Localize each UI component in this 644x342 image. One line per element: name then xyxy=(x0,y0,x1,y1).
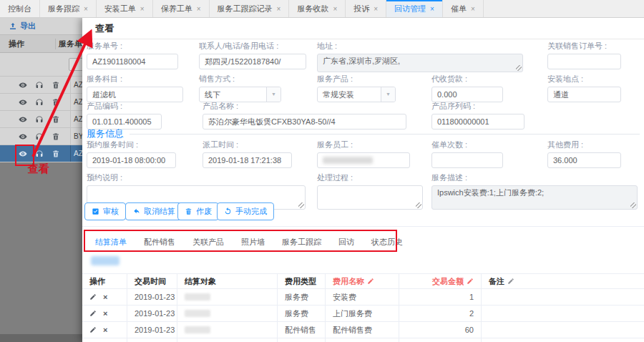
sales-mode-select[interactable]: 线下▼ xyxy=(199,87,281,102)
contact-input[interactable]: 郑四灵/15220187840/ xyxy=(199,54,306,69)
tab-complaint[interactable]: 投诉× xyxy=(346,0,386,17)
manual-complete-button[interactable]: 手动完成 xyxy=(217,202,274,220)
headset-icon[interactable] xyxy=(35,98,44,107)
audit-button[interactable]: 审核 xyxy=(84,202,126,220)
field-urge-count: 催单次数 : xyxy=(431,140,503,168)
view-eye-icon[interactable] xyxy=(19,98,27,107)
void-button[interactable]: 作废 xyxy=(177,202,219,220)
tab-maintenance-order[interactable]: 保养工单× xyxy=(153,0,210,17)
tab-console[interactable]: 控制台 xyxy=(0,0,40,17)
close-icon[interactable]: × xyxy=(197,5,201,13)
headset-icon[interactable] xyxy=(35,81,44,89)
table-row-partial xyxy=(82,338,644,342)
edit-icon[interactable] xyxy=(507,278,514,285)
trade-time-cell: 2019-01-23 xyxy=(127,322,177,338)
redacted-button[interactable] xyxy=(91,256,119,265)
note-cell xyxy=(482,306,644,321)
list-item[interactable]: BY19 xyxy=(0,128,82,145)
urge-count-input[interactable] xyxy=(431,152,503,168)
address-textarea[interactable]: 广东省,深圳市,罗湖区, xyxy=(317,54,523,72)
tab-photo-wall[interactable]: 照片墙 xyxy=(241,233,265,252)
view-eye-icon[interactable] xyxy=(19,115,27,124)
field-product-code: 产品编码 : 01.01.01.400005 xyxy=(87,101,162,130)
close-icon[interactable]: × xyxy=(333,5,337,13)
tab-service-tracking[interactable]: 服务跟踪× xyxy=(40,0,97,17)
process-textarea[interactable] xyxy=(317,185,423,210)
headset-icon[interactable] xyxy=(35,150,44,158)
tab-urge-order[interactable]: 催单× xyxy=(443,0,484,17)
other-fee-input[interactable]: 36.000 xyxy=(547,152,621,168)
edit-pencil-icon[interactable] xyxy=(89,310,97,317)
header-trade-time: 交易时间 xyxy=(127,274,177,288)
list-item[interactable]: AZ19 xyxy=(0,94,82,111)
order-no-input[interactable]: AZ1901180004 xyxy=(87,54,178,69)
settle-target-cell xyxy=(177,306,278,321)
chevron-down-icon[interactable]: ▼ xyxy=(381,87,395,102)
list-item[interactable]: AZ19 xyxy=(0,111,82,128)
list-item[interactable]: AZ19 xyxy=(0,77,82,94)
field-label: 服务描述 : xyxy=(431,172,638,183)
field-label: 服务单号 : xyxy=(87,41,178,52)
list-item-selected[interactable]: AZ19 xyxy=(0,145,82,162)
service-desc-textarea[interactable]: Ipswich安装费:1;上门服务费:2; xyxy=(431,185,638,210)
service-subject-input[interactable]: 超滤机 xyxy=(87,87,183,102)
tab-service-work-tracking[interactable]: 服务工跟踪 xyxy=(282,233,321,252)
tab-install-order[interactable]: 安装工单× xyxy=(97,0,153,17)
field-product-name: 产品名称 : 苏泊尔豪华电饭煲CFXB30YA8-50//4 xyxy=(203,101,406,130)
cancel-settlement-button[interactable]: 取消结算 xyxy=(125,202,182,220)
edit-icon[interactable] xyxy=(467,278,474,285)
tab-related-products[interactable]: 关联产品 xyxy=(192,233,224,252)
appoint-time-input[interactable]: 2019-01-18 08:00:00 xyxy=(87,152,176,168)
view-eye-icon[interactable] xyxy=(19,81,27,89)
field-label: 产品序列码 : xyxy=(431,101,525,112)
trash-icon[interactable] xyxy=(52,150,60,158)
export-button[interactable]: 导出 xyxy=(9,21,36,31)
top-tab-bar: 控制台 服务跟踪× 安装工单× 保养工单× 服务工跟踪记录× 服务收款× 投诉×… xyxy=(0,0,644,18)
service-staff-input[interactable] xyxy=(317,152,410,168)
view-eye-icon[interactable] xyxy=(19,132,27,141)
trade-time-cell: 2019-01-23 xyxy=(127,306,177,321)
dispatch-time-input[interactable]: 2019-01-18 17:21:38 xyxy=(203,152,292,168)
tab-parts-sales[interactable]: 配件销售 xyxy=(144,233,175,252)
export-label: 导出 xyxy=(20,21,36,31)
service-product-select[interactable]: 常规安装▼ xyxy=(317,87,396,102)
close-icon[interactable]: × xyxy=(84,5,88,13)
close-icon[interactable]: × xyxy=(277,5,281,13)
install-place-input[interactable]: 通道 xyxy=(547,87,621,102)
view-eye-icon[interactable] xyxy=(19,150,27,158)
row-operations: × xyxy=(82,289,127,305)
tab-revisit[interactable]: 回访 xyxy=(338,233,354,252)
edit-pencil-icon[interactable] xyxy=(89,293,97,301)
close-icon[interactable]: × xyxy=(374,5,378,13)
row-operations: × xyxy=(82,322,127,338)
view-order-modal: 查看 服务单号 : AZ1901180004 联系人/电话/备用电话 : 郑四灵… xyxy=(82,18,644,342)
cod-amount-input[interactable]: 0.000 xyxy=(431,87,503,102)
tab-service-track-record[interactable]: 服务工跟踪记录× xyxy=(210,0,290,17)
close-icon[interactable]: × xyxy=(430,5,434,13)
headset-icon[interactable] xyxy=(35,115,44,124)
trash-icon[interactable] xyxy=(52,98,60,107)
trash-icon[interactable] xyxy=(52,115,60,124)
header-label: 交易金额 xyxy=(432,276,464,287)
delete-x-icon[interactable]: × xyxy=(103,309,107,318)
chevron-down-icon[interactable]: ▼ xyxy=(266,87,280,102)
field-contact: 联系人/电话/备用电话 : 郑四灵/15220187840/ xyxy=(199,41,306,69)
close-icon[interactable]: × xyxy=(140,5,145,13)
trash-icon[interactable] xyxy=(52,81,60,89)
trash-icon[interactable] xyxy=(52,132,60,141)
tab-revisit-management[interactable]: 回访管理× xyxy=(386,0,443,17)
delete-x-icon[interactable]: × xyxy=(103,293,107,301)
tab-settlement-list[interactable]: 结算清单 xyxy=(95,233,127,252)
tab-label: 回访管理 xyxy=(394,4,426,14)
related-order-input[interactable] xyxy=(547,54,621,69)
order-code: AZ19 xyxy=(70,111,82,127)
close-icon[interactable]: × xyxy=(471,5,475,13)
delete-x-icon[interactable]: × xyxy=(103,326,107,334)
tab-service-payment[interactable]: 服务收款× xyxy=(289,0,346,17)
filter-input[interactable] xyxy=(69,58,82,71)
tab-status-history[interactable]: 状态历史 xyxy=(371,233,403,252)
headset-icon[interactable] xyxy=(35,132,44,141)
modal-header: 查看 xyxy=(82,18,644,39)
edit-pencil-icon[interactable] xyxy=(89,326,97,333)
edit-icon[interactable] xyxy=(367,278,374,285)
